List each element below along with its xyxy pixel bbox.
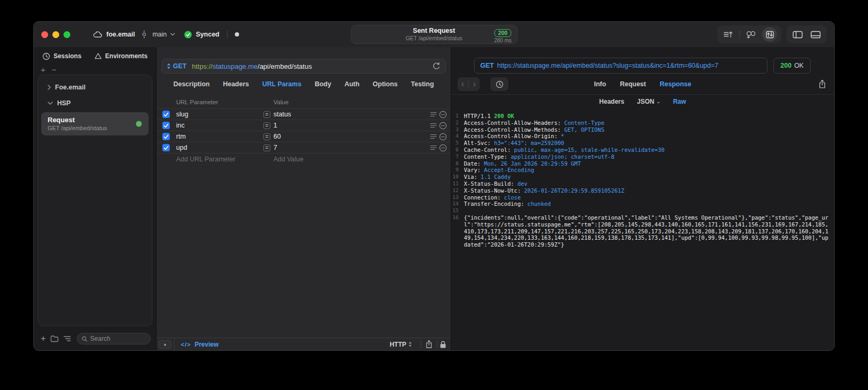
add-value-field[interactable]: Add Value [273,156,304,163]
footer-separator [437,341,437,348]
response-line: 11X-Status-Build: dev [451,180,831,187]
param-name[interactable]: upd [176,144,187,151]
list-options-icon[interactable] [63,335,72,342]
close-window-button[interactable] [41,31,48,38]
remove-param-icon[interactable] [439,144,447,152]
header-value: GET, OPTIONS [564,126,605,133]
tree-group-hsp[interactable]: HSP [41,95,149,111]
header-key: Access-Control-Allow-Headers: [464,120,564,126]
tab-auth[interactable]: Auth [344,80,359,88]
param-row-rtm: rtm = 60 [157,131,451,142]
back-button[interactable]: ‹ [461,79,464,89]
minimize-window-button[interactable] [52,31,59,38]
sent-request-url-box[interactable]: GET https://statuspage.me/api/embed/stat… [474,58,768,74]
tab-body[interactable]: Body [315,80,331,88]
param-row-upd: upd = 7 [157,142,451,153]
titlebar-actions [717,25,827,43]
forward-button[interactable]: › [473,79,476,89]
project-name[interactable]: foe.email [106,31,135,38]
send-receive-button[interactable] [762,27,777,42]
reorder-handle-icon[interactable] [430,134,437,139]
lock-button[interactable] [440,340,446,349]
param-name[interactable]: rtm [176,133,186,140]
param-value[interactable]: 7 [273,144,277,151]
remove-param-icon[interactable] [439,122,447,130]
tab-description[interactable]: Description [173,80,210,88]
toggle-bottom-panel-button[interactable] [809,28,823,41]
tab-info[interactable]: Info [594,80,606,88]
subtab-json[interactable]: JSON⌄ [637,98,660,105]
tab-url-params[interactable]: URL Params [262,80,301,88]
header-key: HTTP/1.1 [464,113,494,120]
history-button[interactable] [490,77,508,91]
request-url[interactable]: https:// statuspage.me /api/embed/status [192,62,312,70]
resend-icon[interactable] [432,62,441,70]
sent-request-pill[interactable]: Sent Request GET /api/embed/status 200 2… [351,25,517,44]
remove-param-icon[interactable] [439,133,447,141]
lock-icon [440,340,446,349]
tree-group-foe-email[interactable]: Foe.email [41,79,149,95]
param-checkbox[interactable] [162,122,170,129]
tab-response[interactable]: Response [660,80,691,88]
param-name[interactable]: slug [176,111,188,118]
response-body[interactable]: 1HTTP/1.1 200 OK 2Access-Control-Allow-H… [451,108,834,350]
export-response-button[interactable] [818,79,826,89]
preview-button[interactable]: Preview [195,341,218,348]
search-input[interactable] [90,335,146,342]
zoom-window-button[interactable] [63,31,70,38]
request-method[interactable]: GET [173,62,187,70]
remove-item-button[interactable]: − [52,65,57,74]
request-status-dot [136,121,142,127]
method-stepper-icon[interactable] [167,63,171,69]
toggle-sidebar-button[interactable] [791,28,805,41]
new-folder-icon[interactable] [50,335,59,342]
chevron-down-icon[interactable] [170,33,175,36]
protocol-stepper-icon[interactable] [408,341,412,347]
branch-name[interactable]: main [152,31,167,38]
header-value: public, max-age=15, stale-while-revalida… [514,147,664,153]
subtab-headers[interactable]: Headers [599,98,624,105]
reorder-handle-icon[interactable] [430,145,437,150]
remove-param-icon[interactable] [439,111,447,119]
param-value[interactable]: 60 [273,133,281,140]
param-checkbox[interactable] [162,111,170,118]
header-value: Accept-Encoding [484,167,534,174]
protocol-selector[interactable]: HTTP [390,341,406,348]
add-url-parameter-field[interactable]: Add URL Parameter [176,156,235,163]
reorder-handle-icon[interactable] [430,112,437,117]
line-number: 7 [451,153,464,160]
header-key: Date: [464,160,484,167]
branch-commit-icon [142,30,147,39]
param-name[interactable]: inc [176,122,185,129]
collapse-panel-button[interactable]: ▲ [159,340,171,349]
request-tree-item-selected[interactable]: Request GET /api/embed/status [41,112,149,135]
share-button[interactable] [425,340,433,349]
traffic-lights [41,31,70,38]
sent-request-title: Sent Request [406,27,462,35]
subtab-raw[interactable]: Raw [673,98,686,105]
tab-sessions[interactable]: Sessions [42,52,81,60]
new-request-button[interactable]: + [41,334,45,343]
tab-request[interactable]: Request [620,80,646,88]
line-number: 15 [451,207,464,214]
tab-testing[interactable]: Testing [411,80,434,88]
param-value[interactable]: status [273,111,291,118]
response-json-body: {"incidents":null,"overall":{"code":"ope… [464,214,831,248]
param-value[interactable]: 1 [273,122,277,129]
param-checkbox[interactable] [162,144,170,151]
sync-loop-button[interactable] [744,28,758,41]
reorder-handle-icon[interactable] [430,123,437,128]
tab-headers[interactable]: Headers [223,80,249,88]
layout-bottom-panel-icon [810,31,821,39]
tab-options[interactable]: Options [373,80,398,88]
param-checkbox[interactable] [162,133,170,140]
add-item-button[interactable]: + [41,65,45,74]
request-url-bar[interactable]: GET https:// statuspage.me /api/embed/st… [161,59,446,74]
tab-environments[interactable]: Environments [94,52,148,60]
request-list-button[interactable] [721,28,735,41]
response-line: 13Connection: close [451,194,831,201]
response-line: 6Cache-Control: public, max-age=15, stal… [451,147,831,153]
footer-separator [174,338,175,351]
environments-label: Environments [105,52,148,60]
search-field[interactable] [77,333,151,344]
